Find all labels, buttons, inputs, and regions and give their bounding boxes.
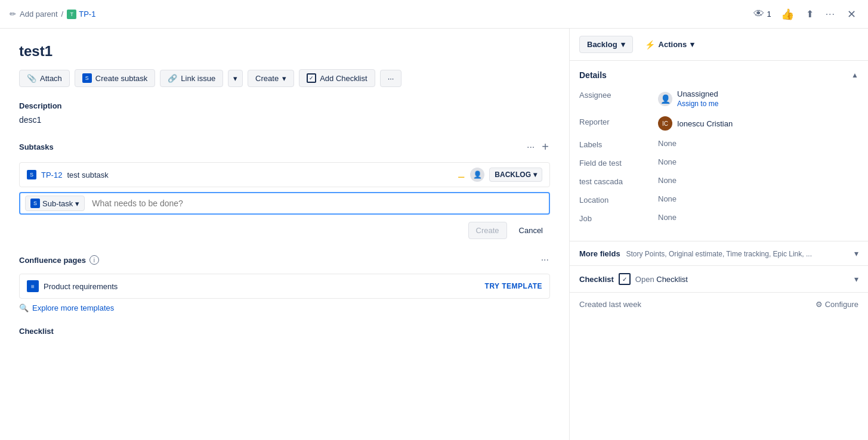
- subtasks-section: Subtasks ··· + S TP-12 test subtask ⚊ 👤: [19, 139, 550, 239]
- link-issue-dropdown[interactable]: ▾: [228, 70, 243, 87]
- explore-templates-link[interactable]: 🔍 Explore more templates: [19, 303, 550, 312]
- confluence-header: Confluence pages i ···: [19, 253, 550, 267]
- link-issue-button[interactable]: 🔗 Link issue: [160, 70, 223, 87]
- subtasks-controls: ··· +: [526, 139, 550, 155]
- assignee-value: 👤 Unassigned Assign to me: [658, 89, 858, 108]
- reporter-name: Ionescu Cristian: [677, 119, 733, 128]
- share-button[interactable]: ⬆: [804, 6, 816, 22]
- subtask-status-text: BACKLOG: [495, 171, 531, 179]
- subtask-cancel-button[interactable]: Cancel: [512, 222, 550, 239]
- subtask-type-label: Sub-task: [42, 199, 73, 208]
- action-toolbar: 📎 Attach S Create subtask 🔗 Link issue ▾…: [19, 69, 550, 87]
- unassigned-icon: 👤: [660, 94, 671, 104]
- attach-label: Attach: [40, 74, 62, 83]
- main-area: test1 📎 Attach S Create subtask 🔗 Link i…: [0, 29, 868, 440]
- priority-icon: ⚊: [458, 170, 465, 179]
- details-chevron-icon: ▲: [851, 71, 858, 79]
- labels-value[interactable]: None: [658, 139, 858, 148]
- backlog-label: Backlog: [587, 40, 617, 49]
- confluence-section: Confluence pages i ··· ≡ Product require…: [19, 253, 550, 312]
- subtask-input-field[interactable]: [89, 196, 544, 210]
- more-fields-section[interactable]: More fields Story Points, Original estim…: [570, 241, 868, 266]
- configure-button[interactable]: ⚙ Configure: [816, 300, 858, 309]
- backlog-chevron-icon: ▾: [621, 40, 625, 49]
- confluence-item: ≡ Product requirements TRY TEMPLATE: [19, 274, 550, 299]
- create-button[interactable]: Create ▾: [248, 70, 294, 87]
- tp-issue-icon: T: [67, 10, 76, 19]
- details-header[interactable]: Details ▲: [579, 70, 858, 80]
- checklist-section-right[interactable]: Checklist ✓ Open Checklist ▾: [570, 266, 868, 293]
- created-section: Created last week ⚙ Configure: [570, 293, 868, 316]
- create-subtask-label: Create subtask: [95, 74, 147, 83]
- labels-label: Labels: [579, 139, 651, 149]
- breadcrumb-separator: /: [61, 10, 64, 18]
- field-de-test-value[interactable]: None: [658, 157, 858, 166]
- create-subtask-button[interactable]: S Create subtask: [75, 69, 155, 87]
- watch-button[interactable]: 👁 1: [753, 8, 771, 20]
- confluence-page-icon: ≡: [27, 280, 39, 292]
- reporter-row: Reporter IC Ionescu Cristian: [579, 116, 858, 131]
- subtask-id[interactable]: TP-12: [41, 171, 62, 179]
- location-value[interactable]: None: [658, 194, 858, 203]
- new-subtask-actions: Create Cancel: [19, 222, 550, 239]
- subtask-status-chevron: ▾: [533, 171, 537, 179]
- like-button[interactable]: 👍: [779, 5, 796, 23]
- checklist-title: Checklist: [19, 327, 550, 336]
- field-de-test-label: Field de test: [579, 157, 651, 168]
- description-content: desc1: [19, 115, 550, 125]
- breadcrumb-tp[interactable]: T TP-1: [67, 10, 95, 19]
- more-fields-label: More fields: [579, 249, 620, 258]
- subtask-create-button[interactable]: Create: [468, 222, 507, 239]
- backlog-button[interactable]: Backlog ▾: [579, 36, 633, 53]
- checklist-right-label: Checklist: [579, 275, 614, 284]
- breadcrumb-add-parent[interactable]: Add parent: [20, 10, 58, 18]
- subtask-item: S TP-12 test subtask ⚊ 👤 BACKLOG ▾: [19, 162, 550, 187]
- checklist-check-icon: ✓: [619, 273, 631, 285]
- actions-button[interactable]: ⚡ Actions ▾: [638, 36, 702, 53]
- toolbar-more-button[interactable]: ···: [380, 70, 402, 87]
- checklist-section-left-area: Checklist ✓ Open Checklist: [579, 273, 688, 285]
- subtask-status-badge[interactable]: BACKLOG ▾: [489, 168, 542, 182]
- more-options-button[interactable]: ···: [823, 7, 838, 22]
- assignee-info: Unassigned Assign to me: [677, 89, 718, 108]
- actions-chevron-icon: ▾: [690, 40, 694, 49]
- more-fields-left: More fields Story Points, Original estim…: [579, 249, 812, 258]
- gear-icon: ⚙: [816, 300, 823, 309]
- confluence-item-left: ≡ Product requirements: [27, 280, 118, 292]
- confluence-title: Confluence pages: [19, 256, 86, 265]
- description-section: Description desc1: [19, 101, 550, 125]
- test-cascada-value[interactable]: None: [658, 176, 858, 185]
- confluence-more-button[interactable]: ···: [540, 253, 550, 267]
- location-row: Location None: [579, 194, 858, 204]
- confluence-page-name: Product requirements: [44, 282, 118, 291]
- more-fields-hint: Story Points, Original estimate, Time tr…: [626, 250, 812, 258]
- subtasks-add-button[interactable]: +: [540, 139, 550, 155]
- subtask-name: test subtask: [67, 171, 453, 179]
- created-label: Created last week: [579, 300, 641, 309]
- page-title: test1: [19, 43, 550, 60]
- details-section: Details ▲ Assignee 👤 Unassigned Assign t…: [570, 61, 868, 241]
- subtask-input-icon: S: [30, 199, 40, 208]
- breadcrumb-bar: ✏ Add parent / T TP-1 👁 1 👍 ⬆ ··· ✕: [0, 0, 868, 29]
- close-button[interactable]: ✕: [845, 5, 858, 23]
- open-checklist-text: Open Checklist: [635, 275, 688, 284]
- attach-button[interactable]: 📎 Attach: [19, 70, 70, 87]
- ellipsis-icon: ···: [826, 9, 835, 20]
- info-icon[interactable]: i: [89, 255, 99, 265]
- subtasks-more-button[interactable]: ···: [526, 141, 536, 154]
- job-label: Job: [579, 213, 651, 223]
- checklist-link-text: Checklist: [656, 275, 688, 284]
- add-checklist-button[interactable]: ✓ Add Checklist: [299, 69, 375, 87]
- field-de-test-row: Field de test None: [579, 157, 858, 168]
- job-value[interactable]: None: [658, 213, 858, 222]
- assignee-text: Unassigned: [677, 89, 718, 98]
- checklist-section-left: Checklist: [19, 327, 550, 336]
- watch-count: 1: [767, 10, 771, 18]
- assignee-row: Assignee 👤 Unassigned Assign to me: [579, 89, 858, 108]
- subtask-type-icon: S: [27, 170, 36, 179]
- try-template-button[interactable]: TRY TEMPLATE: [485, 282, 542, 290]
- subtask-assignee-avatar: 👤: [470, 168, 484, 182]
- assign-to-me-link[interactable]: Assign to me: [677, 100, 718, 108]
- close-icon: ✕: [847, 8, 856, 21]
- subtask-type-select[interactable]: S Sub-task ▾: [25, 196, 85, 211]
